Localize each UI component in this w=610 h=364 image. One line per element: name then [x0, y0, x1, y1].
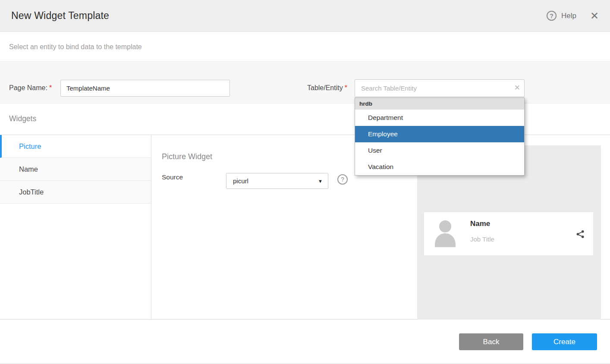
help-link[interactable]: Help: [561, 12, 576, 20]
page-title: New Widget Template: [11, 10, 109, 22]
table-entity-search: ✕: [355, 79, 525, 97]
dropdown-item-department[interactable]: Department: [355, 110, 524, 126]
subtitle-text: Select an entity to bind data to the tem…: [9, 43, 142, 51]
clear-search-icon[interactable]: ✕: [514, 84, 520, 91]
widget-tabs-sidebar: Picture Name JobTitle: [0, 135, 151, 319]
dropdown-item-employee[interactable]: Employee: [355, 126, 524, 142]
share-icon: [576, 229, 585, 239]
required-marker: *: [49, 84, 52, 91]
widgets-section-title: Widgets: [9, 114, 36, 123]
page-name-input[interactable]: [60, 80, 230, 97]
header-actions: ? Help ✕: [547, 11, 599, 21]
dropdown-group-header: hrdb: [355, 98, 524, 110]
chevron-down-icon: ▼: [318, 179, 323, 184]
create-button[interactable]: Create: [532, 333, 597, 350]
dialog-header: New Widget Template ? Help ✕: [0, 0, 610, 32]
table-entity-label: Table/Entity*: [307, 84, 347, 92]
table-entity-dropdown: hrdb Department Employee User Vacation: [355, 97, 525, 176]
preview-jobtitle-text: Job Title: [470, 235, 494, 243]
source-select[interactable]: picurl ▼: [226, 173, 328, 189]
tab-name[interactable]: Name: [0, 158, 151, 181]
tab-jobtitle[interactable]: JobTitle: [0, 181, 151, 204]
required-marker: *: [345, 84, 347, 91]
subtitle-bar: Select an entity to bind data to the tem…: [0, 32, 610, 62]
page-name-label: Page Name:*: [9, 84, 52, 92]
dropdown-item-vacation[interactable]: Vacation: [355, 159, 524, 175]
avatar-icon: [434, 217, 456, 248]
new-widget-template-dialog: New Widget Template ? Help ✕ Select an e…: [0, 0, 610, 364]
preview-name-text: Name: [470, 220, 490, 228]
source-help-icon[interactable]: ?: [337, 174, 348, 185]
help-icon[interactable]: ?: [547, 11, 557, 21]
preview-card: Name Job Title: [424, 212, 593, 255]
source-select-value: picurl: [233, 177, 318, 185]
back-button[interactable]: Back: [459, 333, 523, 350]
close-icon[interactable]: ✕: [590, 11, 599, 21]
dropdown-item-user[interactable]: User: [355, 142, 524, 159]
table-entity-search-input[interactable]: [355, 79, 525, 97]
tab-picture[interactable]: Picture: [0, 135, 151, 158]
dialog-footer: Back Create: [0, 320, 610, 364]
source-label: Source: [162, 173, 183, 181]
widget-panel-title: Picture Widget: [162, 152, 212, 161]
